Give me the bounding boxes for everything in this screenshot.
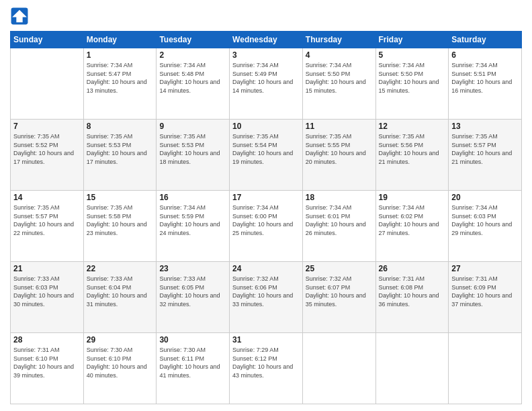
day-number: 8: [87, 122, 154, 131]
day-info: Sunrise: 7:34 AMSunset: 6:03 PMDaylight:…: [451, 203, 519, 237]
day-number: 28: [13, 335, 81, 345]
day-cell: 27Sunrise: 7:31 AMSunset: 6:09 PMDayligh…: [449, 262, 522, 333]
day-number: 19: [379, 193, 446, 202]
day-cell: 3Sunrise: 7:34 AMSunset: 5:49 PMDaylight…: [230, 48, 303, 120]
day-info: Sunrise: 7:35 AMSunset: 5:55 PMDaylight:…: [306, 132, 373, 166]
day-cell: 2Sunrise: 7:34 AMSunset: 5:48 PMDaylight…: [157, 48, 230, 120]
day-number: 12: [379, 122, 446, 131]
day-number: 3: [232, 50, 300, 60]
day-info: Sunrise: 7:35 AMSunset: 5:53 PMDaylight:…: [159, 132, 226, 166]
day-number: 24: [232, 264, 300, 273]
day-cell: 6Sunrise: 7:34 AMSunset: 5:51 PMDaylight…: [449, 48, 522, 120]
day-info: Sunrise: 7:34 AMSunset: 5:47 PMDaylight:…: [87, 61, 154, 95]
day-number: 6: [451, 50, 519, 60]
day-number: 4: [306, 50, 373, 60]
day-cell: [11, 48, 84, 120]
day-cell: 4Sunrise: 7:34 AMSunset: 5:50 PMDaylight…: [302, 48, 375, 120]
day-number: 25: [306, 264, 373, 273]
col-header-sunday: Sunday: [11, 32, 84, 48]
day-number: 20: [451, 193, 519, 202]
day-info: Sunrise: 7:35 AMSunset: 5:57 PMDaylight:…: [451, 132, 519, 166]
day-info: Sunrise: 7:35 AMSunset: 5:54 PMDaylight:…: [232, 132, 300, 166]
col-header-tuesday: Tuesday: [157, 32, 230, 48]
day-cell: 19Sunrise: 7:34 AMSunset: 6:02 PMDayligh…: [375, 191, 449, 262]
day-number: 15: [87, 193, 154, 202]
day-info: Sunrise: 7:35 AMSunset: 5:53 PMDaylight:…: [87, 132, 154, 166]
day-number: 14: [13, 193, 81, 202]
day-cell: 16Sunrise: 7:34 AMSunset: 5:59 PMDayligh…: [157, 191, 230, 262]
page: SundayMondayTuesdayWednesdayThursdayFrid…: [0, 0, 532, 411]
day-number: 31: [232, 335, 300, 345]
day-number: 26: [379, 264, 446, 273]
col-header-monday: Monday: [83, 32, 157, 48]
day-cell: 17Sunrise: 7:34 AMSunset: 6:00 PMDayligh…: [230, 191, 303, 262]
day-cell: 25Sunrise: 7:32 AMSunset: 6:07 PMDayligh…: [302, 262, 375, 333]
day-number: 27: [451, 264, 519, 273]
calendar-table: SundayMondayTuesdayWednesdayThursdayFrid…: [10, 31, 522, 404]
day-number: 16: [159, 193, 226, 202]
day-info: Sunrise: 7:31 AMSunset: 6:09 PMDaylight:…: [451, 275, 519, 308]
day-number: 22: [87, 264, 154, 273]
day-cell: [302, 333, 375, 404]
day-info: Sunrise: 7:34 AMSunset: 5:48 PMDaylight:…: [159, 61, 226, 95]
week-row-1: 1Sunrise: 7:34 AMSunset: 5:47 PMDaylight…: [11, 48, 522, 120]
day-cell: 7Sunrise: 7:35 AMSunset: 5:52 PMDaylight…: [11, 120, 84, 191]
day-cell: [449, 333, 522, 404]
day-cell: 31Sunrise: 7:29 AMSunset: 6:12 PMDayligh…: [230, 333, 303, 404]
day-cell: [375, 333, 449, 404]
day-number: 2: [159, 50, 226, 60]
day-cell: 11Sunrise: 7:35 AMSunset: 5:55 PMDayligh…: [302, 120, 375, 191]
day-cell: 22Sunrise: 7:33 AMSunset: 6:04 PMDayligh…: [83, 262, 157, 333]
week-row-5: 28Sunrise: 7:31 AMSunset: 6:10 PMDayligh…: [11, 333, 522, 404]
day-info: Sunrise: 7:34 AMSunset: 5:51 PMDaylight:…: [451, 61, 519, 95]
day-cell: 15Sunrise: 7:35 AMSunset: 5:58 PMDayligh…: [83, 191, 157, 262]
day-number: 30: [159, 335, 226, 345]
day-cell: 18Sunrise: 7:34 AMSunset: 6:01 PMDayligh…: [302, 191, 375, 262]
day-info: Sunrise: 7:32 AMSunset: 6:07 PMDaylight:…: [306, 275, 373, 308]
week-row-4: 21Sunrise: 7:33 AMSunset: 6:03 PMDayligh…: [11, 262, 522, 333]
day-number: 7: [13, 122, 81, 131]
day-info: Sunrise: 7:32 AMSunset: 6:06 PMDaylight:…: [232, 275, 300, 308]
day-info: Sunrise: 7:33 AMSunset: 6:03 PMDaylight:…: [13, 275, 81, 308]
day-info: Sunrise: 7:31 AMSunset: 6:08 PMDaylight:…: [379, 275, 446, 308]
week-row-2: 7Sunrise: 7:35 AMSunset: 5:52 PMDaylight…: [11, 120, 522, 191]
day-info: Sunrise: 7:29 AMSunset: 6:12 PMDaylight:…: [232, 346, 300, 379]
day-cell: 24Sunrise: 7:32 AMSunset: 6:06 PMDayligh…: [230, 262, 303, 333]
day-number: 21: [13, 264, 81, 273]
day-info: Sunrise: 7:35 AMSunset: 5:57 PMDaylight:…: [13, 203, 81, 237]
day-number: 13: [451, 122, 519, 131]
logo-icon: [10, 7, 29, 26]
day-cell: 29Sunrise: 7:30 AMSunset: 6:10 PMDayligh…: [83, 333, 157, 404]
day-cell: 20Sunrise: 7:34 AMSunset: 6:03 PMDayligh…: [449, 191, 522, 262]
day-cell: 14Sunrise: 7:35 AMSunset: 5:57 PMDayligh…: [11, 191, 84, 262]
day-cell: 9Sunrise: 7:35 AMSunset: 5:53 PMDaylight…: [157, 120, 230, 191]
day-cell: 5Sunrise: 7:34 AMSunset: 5:50 PMDaylight…: [375, 48, 449, 120]
day-cell: 1Sunrise: 7:34 AMSunset: 5:47 PMDaylight…: [83, 48, 157, 120]
day-cell: 30Sunrise: 7:30 AMSunset: 6:11 PMDayligh…: [157, 333, 230, 404]
day-cell: 28Sunrise: 7:31 AMSunset: 6:10 PMDayligh…: [11, 333, 84, 404]
day-number: 11: [306, 122, 373, 131]
day-cell: 10Sunrise: 7:35 AMSunset: 5:54 PMDayligh…: [230, 120, 303, 191]
col-header-wednesday: Wednesday: [230, 32, 303, 48]
day-number: 17: [232, 193, 300, 202]
day-info: Sunrise: 7:30 AMSunset: 6:11 PMDaylight:…: [159, 346, 226, 379]
day-cell: 23Sunrise: 7:33 AMSunset: 6:05 PMDayligh…: [157, 262, 230, 333]
day-number: 1: [87, 50, 154, 60]
week-row-3: 14Sunrise: 7:35 AMSunset: 5:57 PMDayligh…: [11, 191, 522, 262]
header: [10, 7, 522, 26]
day-info: Sunrise: 7:34 AMSunset: 6:01 PMDaylight:…: [306, 203, 373, 237]
day-number: 5: [379, 50, 446, 60]
day-info: Sunrise: 7:35 AMSunset: 5:58 PMDaylight:…: [87, 203, 154, 237]
header-row: SundayMondayTuesdayWednesdayThursdayFrid…: [11, 32, 522, 48]
day-cell: 8Sunrise: 7:35 AMSunset: 5:53 PMDaylight…: [83, 120, 157, 191]
day-cell: 13Sunrise: 7:35 AMSunset: 5:57 PMDayligh…: [449, 120, 522, 191]
day-cell: 21Sunrise: 7:33 AMSunset: 6:03 PMDayligh…: [11, 262, 84, 333]
col-header-friday: Friday: [375, 32, 449, 48]
day-cell: 26Sunrise: 7:31 AMSunset: 6:08 PMDayligh…: [375, 262, 449, 333]
day-number: 9: [159, 122, 226, 131]
day-info: Sunrise: 7:35 AMSunset: 5:52 PMDaylight:…: [13, 132, 81, 166]
col-header-saturday: Saturday: [449, 32, 522, 48]
day-info: Sunrise: 7:30 AMSunset: 6:10 PMDaylight:…: [87, 346, 154, 379]
day-info: Sunrise: 7:34 AMSunset: 6:00 PMDaylight:…: [232, 203, 300, 237]
day-info: Sunrise: 7:31 AMSunset: 6:10 PMDaylight:…: [13, 346, 81, 379]
